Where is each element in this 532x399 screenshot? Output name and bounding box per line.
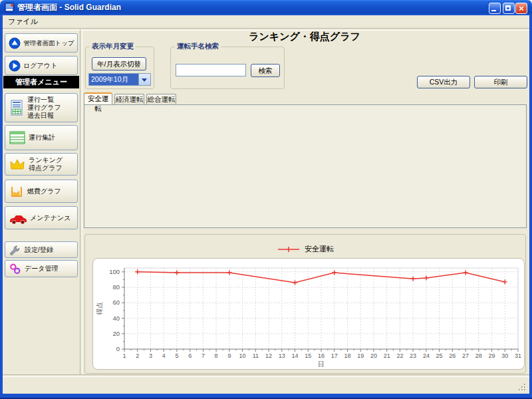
csv-export-button[interactable]: CSV出力	[417, 76, 470, 88]
tab-overall-driving[interactable]: 総合運転	[146, 94, 176, 104]
sidebar-menu-header: 管理者メニュー	[3, 76, 79, 88]
search-button[interactable]: 検索	[251, 64, 280, 77]
svg-text:30: 30	[501, 352, 508, 359]
up-arrow-circle-icon	[9, 37, 21, 49]
page-title: ランキング・得点グラフ	[81, 31, 528, 43]
svg-text:25: 25	[436, 352, 443, 359]
sidebar-item-fuel-graph[interactable]: 燃費グラフ	[5, 180, 78, 203]
date-change-caption: 表示年月変更	[90, 42, 136, 51]
svg-text:21: 21	[384, 352, 390, 359]
summary-grid-icon	[9, 130, 26, 146]
score-line-chart: 1234567891011121314151617181920212223242…	[94, 259, 523, 369]
svg-text:17: 17	[331, 352, 338, 359]
svg-text:日: 日	[318, 360, 325, 368]
sidebar-item-settings[interactable]: 設定/登録	[5, 241, 78, 258]
minimize-button[interactable]	[489, 3, 501, 14]
sidebar-item-label: ランキング 得点グラフ	[29, 156, 63, 172]
sidebar-item-logout[interactable]: ログアウト	[5, 56, 78, 75]
data-links-icon	[9, 262, 22, 275]
svg-text:3: 3	[149, 352, 152, 359]
status-bar	[3, 376, 529, 394]
svg-text:19: 19	[357, 352, 364, 359]
menu-file[interactable]: ファイル	[3, 15, 43, 27]
sidebar-item-label: 管理者画面トップ	[23, 39, 74, 47]
sidebar-item-data-management[interactable]: データ管理	[5, 260, 78, 277]
title-bar[interactable]: 管理者画面 - Solid Guardian ×	[0, 0, 532, 15]
tab-content-panel	[84, 104, 527, 228]
svg-text:40: 40	[112, 315, 120, 322]
window-border-bottom	[0, 394, 532, 399]
chart-panel: 1234567891011121314151617181920212223242…	[92, 258, 525, 370]
window-title: 管理者画面 - Solid Guardian	[17, 0, 121, 15]
svg-text:16: 16	[318, 352, 325, 359]
sidebar-item-admin-top[interactable]: 管理者画面トップ	[5, 33, 78, 53]
month-select[interactable]: 2009年10月	[88, 73, 151, 86]
svg-text:24: 24	[423, 352, 430, 359]
svg-text:31: 31	[515, 352, 521, 359]
sidebar-item-label: 設定/登録	[25, 246, 53, 254]
score-chart-groupbox: 安全運転 12345678910111213141516171819202122…	[84, 234, 526, 374]
sidebar-item-label: 運行一覧 運行グラフ 過去日報	[27, 96, 61, 120]
svg-text:2: 2	[136, 352, 139, 359]
logout-circle-icon	[9, 60, 21, 72]
svg-text:11: 11	[253, 352, 259, 359]
maximize-button[interactable]	[503, 3, 515, 14]
chart-legend: 安全運転	[85, 244, 525, 254]
svg-text:13: 13	[279, 352, 285, 359]
application-window: { "window": { "title": "管理者画面 - Solid Gu…	[0, 0, 532, 399]
sidebar-item-label: ログアウト	[23, 62, 57, 70]
svg-text:26: 26	[449, 352, 456, 359]
svg-text:29: 29	[488, 352, 495, 359]
window-border-left	[0, 15, 3, 394]
svg-text:0: 0	[116, 345, 120, 352]
driver-search-caption: 運転手名検索	[175, 42, 221, 51]
svg-text:22: 22	[396, 352, 403, 359]
daily-report-icon	[9, 99, 25, 116]
sidebar-item-ranking-graph[interactable]: ランキング 得点グラフ	[5, 153, 78, 176]
year-month-toggle-button[interactable]: 年/月表示切替	[92, 57, 146, 70]
svg-text:6: 6	[188, 352, 192, 359]
svg-text:5: 5	[175, 352, 178, 359]
svg-text:20: 20	[370, 352, 377, 359]
svg-text:7: 7	[201, 352, 205, 359]
sidebar-item-operation-summary[interactable]: 運行集計	[5, 125, 78, 150]
sidebar-item-operation-reports[interactable]: 運行一覧 運行グラフ 過去日報	[5, 93, 78, 122]
svg-text:12: 12	[265, 352, 272, 359]
menu-bar: ファイル	[3, 15, 529, 27]
sidebar-item-label: メンテナンス	[30, 214, 70, 222]
fuel-gauge-icon	[9, 184, 25, 200]
sidebar-item-label: 運行集計	[29, 134, 55, 142]
svg-text:23: 23	[410, 352, 416, 359]
svg-text:1: 1	[122, 352, 126, 359]
car-icon	[9, 211, 27, 225]
tab-economic-driving[interactable]: 経済運転	[114, 94, 144, 104]
driver-search-input[interactable]	[176, 64, 246, 76]
wrench-icon	[9, 243, 22, 257]
svg-text:9: 9	[227, 352, 231, 359]
app-icon	[4, 2, 15, 13]
svg-text:10: 10	[239, 352, 246, 359]
svg-text:8: 8	[215, 352, 218, 359]
close-button[interactable]: ×	[515, 3, 527, 14]
legend-line-marker-icon	[277, 246, 301, 253]
svg-text:4: 4	[162, 352, 166, 359]
window-border-right	[529, 15, 532, 394]
svg-text:14: 14	[291, 352, 298, 359]
svg-text:60: 60	[112, 299, 120, 306]
month-select-value: 2009年10月	[89, 74, 138, 85]
print-button[interactable]: 印刷	[474, 76, 527, 88]
svg-text:27: 27	[462, 352, 469, 359]
svg-text:得点: 得点	[96, 302, 103, 315]
svg-text:80: 80	[112, 283, 120, 291]
svg-text:100: 100	[109, 268, 120, 275]
sidebar-separator	[80, 29, 82, 374]
chevron-down-icon[interactable]	[138, 74, 150, 85]
sidebar-item-label: データ管理	[25, 265, 58, 273]
svg-text:18: 18	[344, 352, 350, 359]
sidebar-item-label: 燃費グラフ	[27, 188, 61, 196]
svg-text:28: 28	[475, 352, 482, 359]
tab-safe-driving[interactable]: 安全運転	[84, 92, 112, 104]
sidebar-item-maintenance[interactable]: メンテナンス	[5, 206, 78, 229]
svg-text:20: 20	[112, 330, 120, 337]
crown-icon	[9, 156, 26, 172]
